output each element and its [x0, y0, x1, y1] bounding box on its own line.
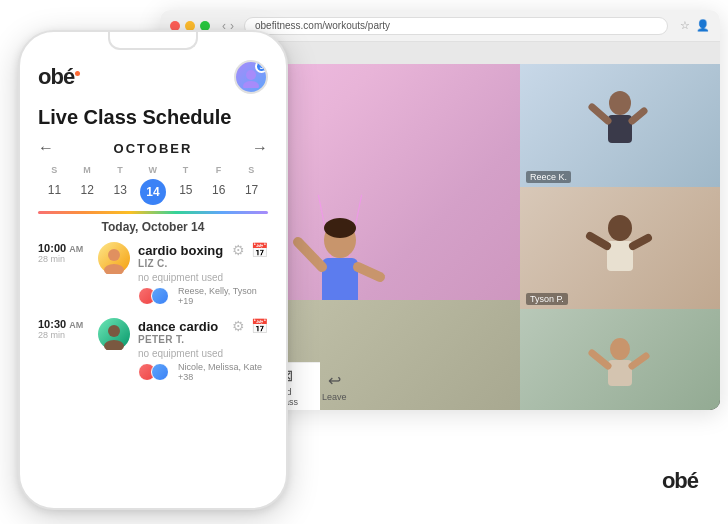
class-time-main-1: 10:00 AM [38, 242, 90, 254]
url-text: obefitness.com/workouts/party [255, 20, 390, 31]
class-time-main-2: 10:30 AM [38, 318, 90, 330]
date-13[interactable]: 13 [104, 179, 137, 205]
svg-point-23 [610, 338, 630, 360]
date-17[interactable]: 17 [235, 179, 268, 205]
maximize-button[interactable] [200, 21, 210, 31]
class-duration-1: 28 min [38, 254, 90, 264]
phone: obé 3 Live Class Schedule ← OCTOBER → [18, 30, 288, 510]
rainbow-bar [38, 211, 268, 214]
svg-point-19 [608, 215, 632, 241]
svg-point-34 [104, 264, 124, 274]
side-video-bg-tyson [520, 187, 720, 310]
participant-count-1: Reese, Kelly, Tyson +19 [178, 286, 268, 306]
svg-point-6 [324, 218, 356, 238]
date-16[interactable]: 16 [202, 179, 235, 205]
day-header-m: M [71, 165, 104, 175]
date-12[interactable]: 12 [71, 179, 104, 205]
calendar-icon-1[interactable]: 📅 [251, 242, 268, 258]
instructor-avatar-2 [98, 318, 130, 350]
month-label: OCTOBER [114, 141, 193, 156]
next-month-button[interactable]: → [252, 139, 268, 157]
svg-point-15 [609, 91, 631, 115]
side-videos-panel: Reece K. Tyson P. [520, 64, 720, 410]
svg-point-32 [243, 81, 259, 88]
class-name-1: cardio boxing [138, 243, 223, 258]
svg-line-26 [632, 356, 646, 366]
close-button[interactable] [170, 21, 180, 31]
avatar-badge: 3 [255, 60, 268, 73]
class-duration-2: 28 min [38, 330, 90, 340]
schedule-title: Live Class Schedule [38, 106, 268, 129]
day-header-w: W [137, 165, 170, 175]
side-video-kelly: Kelly C. [520, 309, 720, 410]
traffic-lights [170, 21, 210, 31]
svg-rect-24 [608, 360, 632, 386]
svg-point-35 [108, 325, 120, 337]
calendar-icon-2[interactable]: 📅 [251, 318, 268, 334]
settings-icon-2[interactable]: ⚙ [232, 318, 245, 334]
side-video-tyson: Tyson P. [520, 187, 720, 310]
svg-point-31 [246, 70, 256, 80]
class-participants-1: Reese, Kelly, Tyson +19 [138, 286, 268, 306]
class-item-2[interactable]: 10:30 AM 28 min dance cardio ⚙ [38, 318, 268, 382]
class-icons-1: ⚙ 📅 [232, 242, 268, 258]
day-header-t2: T [169, 165, 202, 175]
obe-logo-bottom: obé [662, 468, 698, 494]
date-14[interactable]: 14 [140, 179, 166, 205]
svg-line-22 [633, 238, 648, 246]
prev-month-button[interactable]: ← [38, 139, 54, 157]
phone-inner: obé 3 Live Class Schedule ← OCTOBER → [20, 50, 286, 508]
svg-rect-16 [608, 115, 632, 143]
leave-button[interactable]: ↩ Leave [322, 371, 347, 402]
day-header-t1: T [104, 165, 137, 175]
day-header-s2: S [235, 165, 268, 175]
svg-line-18 [632, 111, 644, 121]
class-time-2: 10:30 AM 28 min [38, 318, 90, 340]
class-info-1: cardio boxing ⚙ 📅 LIZ C. no equipment us… [138, 242, 268, 306]
class-time-1: 10:00 AM 28 min [38, 242, 90, 264]
minimize-button[interactable] [185, 21, 195, 31]
tyson-figure [580, 208, 660, 288]
phone-header: obé 3 [38, 50, 268, 100]
side-video-bg-reece [520, 64, 720, 187]
bookmark-icon[interactable]: ☆ [680, 19, 690, 32]
class-equip-2: no equipment used [138, 348, 268, 359]
class-instructor-2: PETER T. [138, 334, 268, 345]
class-instructor-1: LIZ C. [138, 258, 268, 269]
settings-icon-1[interactable]: ⚙ [232, 242, 245, 258]
class-avatar-1 [98, 242, 130, 274]
url-bar[interactable]: obefitness.com/workouts/party [244, 17, 668, 35]
class-avatar-2 [98, 318, 130, 350]
svg-line-9 [358, 267, 380, 277]
logo-dot [75, 71, 80, 76]
participant-bubble-2b [151, 363, 169, 381]
date-11[interactable]: 11 [38, 179, 71, 205]
svg-line-8 [298, 242, 322, 267]
reece-name-label: Reece K. [526, 171, 571, 183]
class-item-1[interactable]: 10:00 AM 28 min cardio boxing ⚙ [38, 242, 268, 306]
svg-line-25 [592, 353, 608, 366]
scene: ‹ › obefitness.com/workouts/party ☆ 👤 ob… [0, 0, 728, 524]
instructor-avatar-1 [98, 242, 130, 274]
week-dates: 11 12 13 14 15 16 17 [38, 179, 268, 205]
phone-notch [108, 32, 198, 50]
leave-icon: ↩ [328, 371, 341, 390]
tyson-name-label: Tyson P. [526, 293, 568, 305]
phone-logo: obé [38, 64, 80, 90]
date-15[interactable]: 15 [169, 179, 202, 205]
svg-point-33 [108, 249, 120, 261]
day-header-s1: S [38, 165, 71, 175]
svg-point-36 [104, 340, 124, 350]
class-equip-1: no equipment used [138, 272, 268, 283]
class-icons-2: ⚙ 📅 [232, 318, 268, 334]
day-header-f: F [202, 165, 235, 175]
reece-figure [580, 85, 660, 165]
leave-label: Leave [322, 392, 347, 402]
avatar[interactable]: 3 [234, 60, 268, 94]
class-info-2: dance cardio ⚙ 📅 PETER T. no equipment u… [138, 318, 268, 382]
class-participants-2: Nicole, Melissa, Kate +38 [138, 362, 268, 382]
participant-bubble-1b [151, 287, 169, 305]
kelly-figure [580, 331, 660, 410]
user-icon: 👤 [696, 19, 710, 32]
class-name-2: dance cardio [138, 319, 218, 334]
